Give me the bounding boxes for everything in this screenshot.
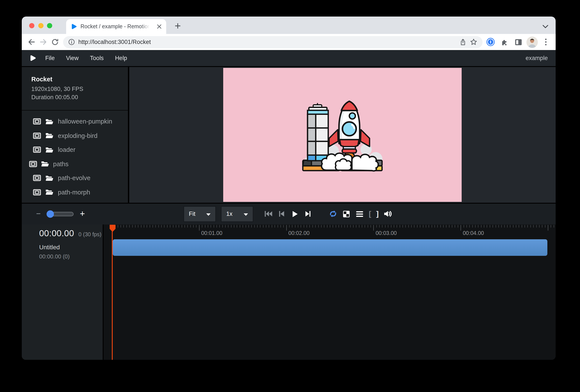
composition-frame xyxy=(223,68,462,202)
tab-search-chevron-icon[interactable] xyxy=(543,22,548,30)
remotion-menu-bar: FileViewToolsHelp example xyxy=(22,50,556,66)
new-tab-button[interactable] xyxy=(172,20,183,31)
size-select-value: Fit xyxy=(189,211,195,217)
url-text: http://localhost:3001/Rocket xyxy=(78,39,456,45)
project-name-label: example xyxy=(526,55,548,61)
browser-actions xyxy=(485,36,552,48)
playback-toolbar: − + Fit 1x xyxy=(22,203,556,224)
volume-icon[interactable] xyxy=(384,210,392,218)
forward-icon[interactable] xyxy=(37,36,49,48)
zoom-slider-thumb[interactable] xyxy=(46,210,54,218)
ruler-second-label: 00:03.00 xyxy=(376,230,397,236)
composition-list-item[interactable]: path-evolve xyxy=(22,171,128,185)
side-panel-icon[interactable] xyxy=(513,36,524,48)
ruler-second-label: 00:04.00 xyxy=(463,230,484,236)
composition-list-item[interactable]: halloween-pumpkin xyxy=(22,115,128,129)
address-input[interactable]: http://localhost:3001/Rocket xyxy=(63,36,482,48)
menu-item[interactable]: Help xyxy=(109,55,133,61)
browser-tab-strip: Rocket / example - Remotion P xyxy=(22,16,556,34)
folder-open-icon xyxy=(41,161,49,167)
loop-icon[interactable] xyxy=(329,210,337,218)
chevron-down-icon xyxy=(206,211,211,217)
profile-avatar[interactable] xyxy=(527,36,538,48)
in-marker-button[interactable]: [ xyxy=(369,210,371,218)
track-name: Untitled xyxy=(39,244,103,250)
tab-title: Rocket / example - Remotion P xyxy=(81,23,152,30)
composition-list-item[interactable]: path-morph xyxy=(22,185,128,199)
zoom-window-button[interactable] xyxy=(47,23,52,28)
timeline-zoom-slider[interactable] xyxy=(47,212,73,216)
timeline-track-bar[interactable] xyxy=(113,239,547,256)
reload-icon[interactable] xyxy=(49,36,61,48)
out-marker-button[interactable]: ] xyxy=(376,210,379,218)
rocket-icon xyxy=(329,101,370,149)
screen: Rocket / example - Remotion P xyxy=(0,0,580,392)
bookmark-star-icon[interactable] xyxy=(470,38,477,46)
remotion-favicon-icon xyxy=(71,23,77,30)
folder-open-icon xyxy=(45,118,53,125)
zoom-in-button[interactable]: + xyxy=(80,209,85,219)
editor-main: Rocket 1920x1080, 30 FPS Duration 00:05.… xyxy=(22,66,556,203)
onepassword-extension-icon[interactable] xyxy=(485,36,496,48)
composition-list-item[interactable]: exploding-bird xyxy=(22,129,128,143)
back-icon[interactable] xyxy=(26,36,37,48)
previous-frame-icon[interactable] xyxy=(278,210,286,218)
remotion-logo-icon[interactable] xyxy=(30,55,36,61)
composition-list-item[interactable]: gif xyxy=(22,199,128,203)
track-duration: 00:00.00 (0) xyxy=(39,253,103,260)
current-timecode: 00:00.00 xyxy=(39,228,74,238)
film-icon xyxy=(33,189,41,195)
next-frame-icon[interactable] xyxy=(304,210,312,218)
close-window-button[interactable] xyxy=(29,23,34,28)
playback-speed-select[interactable]: 1x xyxy=(221,206,253,222)
browser-tab[interactable]: Rocket / example - Remotion P xyxy=(66,19,166,34)
canvas-size-select[interactable]: Fit xyxy=(184,206,216,222)
browser-window: Rocket / example - Remotion P xyxy=(22,16,556,360)
menu-items: FileViewToolsHelp xyxy=(40,55,133,61)
browser-address-bar: http://localhost:3001/Rocket xyxy=(22,34,556,50)
menu-item[interactable]: Tools xyxy=(84,55,109,61)
menu-item[interactable]: File xyxy=(40,55,60,61)
zoom-out-button[interactable]: − xyxy=(36,209,41,218)
chevron-down-icon xyxy=(244,211,248,217)
film-icon xyxy=(33,147,41,153)
site-info-icon[interactable] xyxy=(68,39,75,45)
compositions-sidebar: Rocket 1920x1080, 30 FPS Duration 00:05.… xyxy=(22,67,129,203)
composition-duration: Duration 00:05.00 xyxy=(31,93,122,101)
current-frame-info: 0 (30 fps) xyxy=(79,231,102,237)
composition-list-item[interactable]: loader xyxy=(22,143,128,157)
composition-resolution: 1920x1080, 30 FPS xyxy=(31,85,122,93)
window-controls xyxy=(29,23,52,28)
share-icon[interactable] xyxy=(459,38,466,45)
play-icon[interactable] xyxy=(291,210,299,218)
film-icon xyxy=(33,119,41,125)
composition-list-item[interactable]: paths xyxy=(22,157,128,171)
skip-to-start-icon[interactable] xyxy=(265,210,273,218)
minimize-window-button[interactable] xyxy=(38,23,43,28)
folder-open-icon xyxy=(45,175,53,181)
speed-select-value: 1x xyxy=(226,211,233,217)
browser-menu-kebab-icon[interactable] xyxy=(540,36,552,48)
extensions-puzzle-icon[interactable] xyxy=(499,36,510,48)
folder-open-icon xyxy=(45,132,53,139)
ruler-second-ticks xyxy=(112,225,556,230)
composition-label: paths xyxy=(53,160,69,167)
composition-label: loader xyxy=(58,146,75,153)
timeline-panel: 00:00.00 0 (30 fps) Untitled 00:00.00 (0… xyxy=(22,224,556,360)
timeline-tracks[interactable]: 00:01.0000:02.0000:03.0000:04.00 xyxy=(104,224,556,360)
transparency-checkerboard-icon[interactable] xyxy=(342,210,350,218)
timeline-zoom-controls: − + xyxy=(36,203,85,224)
timeline-rows-icon[interactable] xyxy=(355,210,364,218)
launch-tower xyxy=(308,103,328,160)
composition-label: path-morph xyxy=(58,189,90,196)
playhead-line[interactable] xyxy=(112,226,113,360)
folder-open-icon xyxy=(45,189,53,196)
menu-item[interactable]: View xyxy=(60,55,84,61)
playhead-marker[interactable] xyxy=(109,224,116,234)
composition-label: exploding-bird xyxy=(58,132,98,139)
playback-controls: Fit 1x xyxy=(184,203,392,224)
close-tab-icon[interactable] xyxy=(155,23,163,30)
composition-info: Rocket 1920x1080, 30 FPS Duration 00:05.… xyxy=(22,67,128,111)
composition-label: path-evolve xyxy=(58,175,91,182)
transport-controls xyxy=(265,210,312,218)
